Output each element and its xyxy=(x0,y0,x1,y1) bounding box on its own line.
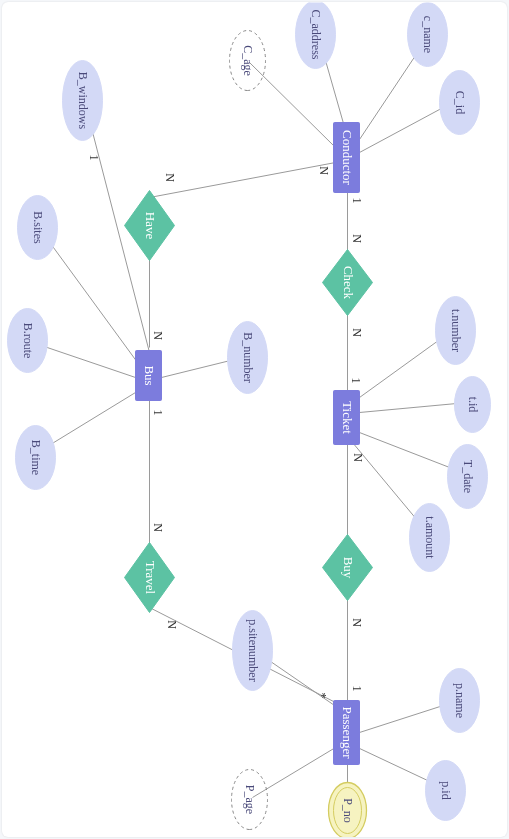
entity-passenger: Passenger xyxy=(333,700,359,764)
attribute-t-date: T_date xyxy=(447,444,487,508)
attribute-c-address-label: C_address xyxy=(308,9,322,59)
relationship-check: Check xyxy=(322,249,372,315)
relationship-travel-label: Travel xyxy=(142,560,157,594)
attribute-p-id: p.id xyxy=(425,760,465,820)
entity-ticket: Ticket xyxy=(333,390,359,444)
relationship-travel: Travel xyxy=(124,542,174,612)
attribute-b-windows-label: B_windows xyxy=(75,71,89,129)
card-passenger-travel-star: * xyxy=(314,692,328,698)
attribute-b-time: B_time xyxy=(15,425,55,489)
attribute-b-sites: B.sites xyxy=(17,195,57,259)
attribute-b-number-label: B_number xyxy=(240,332,254,383)
relationship-buy: Buy xyxy=(322,534,372,600)
entity-passenger-label: Passenger xyxy=(339,706,354,759)
attribute-p-name-label: p.name xyxy=(452,683,466,718)
card-passenger-buy: 1 xyxy=(349,685,363,691)
attribute-c-name: c_name xyxy=(407,2,447,66)
attribute-b-route: B.route xyxy=(7,308,47,372)
card-check-conductor: N xyxy=(349,234,363,243)
card-ticket-check: 1 xyxy=(348,377,362,383)
edge-ticket-tdate xyxy=(359,432,462,472)
attribute-p-sitenumber-label: p.sitenumber xyxy=(245,619,259,681)
attribute-p-sitenumber: p.sitenumber xyxy=(232,610,272,690)
edge-ticket-tid xyxy=(359,402,467,412)
attribute-b-windows: B_windows xyxy=(62,60,102,140)
card-have-conductor: N xyxy=(162,173,176,182)
attribute-b-time-label: B_time xyxy=(28,439,42,474)
attribute-t-number: t.number xyxy=(435,296,475,364)
attribute-c-id-label: C_id xyxy=(452,90,466,113)
attribute-t-id-label: t.id xyxy=(465,396,479,412)
attribute-b-route-label: B.route xyxy=(20,322,34,358)
entity-ticket-label: Ticket xyxy=(339,401,354,434)
attribute-t-amount: t.amount xyxy=(409,503,449,571)
attribute-p-id-label: p.id xyxy=(438,781,452,799)
card-bus-have: N xyxy=(150,331,164,340)
relationship-check-label: Check xyxy=(340,265,355,299)
card-bus-travel: 1 xyxy=(150,409,164,415)
edge-bus-bsites xyxy=(42,232,137,362)
attribute-c-age-derived: C_age xyxy=(229,30,265,90)
entity-bus-label: Bus xyxy=(141,365,156,385)
diagram-stage: Conductor Ticket Passenger Bus Check xyxy=(2,2,507,837)
relationship-have: Have xyxy=(124,190,174,260)
attribute-p-age-derived: P_age xyxy=(231,769,267,829)
attribute-p-name: p.name xyxy=(439,668,479,732)
entity-conductor: Conductor xyxy=(333,122,359,192)
attribute-c-name-label: c_name xyxy=(420,15,434,52)
edge-passenger-page xyxy=(252,747,335,797)
edge-ticket-tnumber xyxy=(359,332,449,397)
attribute-t-number-label: t.number xyxy=(448,309,462,352)
entity-conductor-label: Conductor xyxy=(339,130,354,186)
edge-conductor-cid xyxy=(359,102,452,152)
attribute-p-no-key: P_no xyxy=(328,782,366,837)
attribute-c-address: C_address xyxy=(295,2,335,68)
attribute-p-age-label: P_age xyxy=(242,784,256,813)
card-buy-passenger: N xyxy=(349,618,363,627)
attribute-t-date-label: T_date xyxy=(460,459,474,492)
edge-conductor-cage xyxy=(249,62,335,147)
attribute-p-no-label: P_no xyxy=(340,798,354,823)
attribute-t-amount-label: t.amount xyxy=(422,516,436,559)
relationship-buy-label: Buy xyxy=(340,556,355,578)
card-bwindows-side: 1 xyxy=(86,154,100,160)
diagram-frame: Conductor Ticket Passenger Bus Check xyxy=(2,2,507,837)
card-conductor-have: N xyxy=(316,166,330,175)
er-diagram-svg: Conductor Ticket Passenger Bus Check xyxy=(2,2,507,837)
attribute-b-number: B_number xyxy=(227,321,267,393)
card-conductor-check: 1 xyxy=(349,197,363,203)
card-check-ticket: N xyxy=(349,328,363,337)
card-passenger-travel-n: N xyxy=(164,620,178,629)
card-travel-bus: N xyxy=(150,523,164,532)
attribute-t-id: t.id xyxy=(454,376,490,432)
relationship-have-label: Have xyxy=(142,211,157,239)
attribute-c-age-label: C_age xyxy=(240,45,254,76)
attribute-c-id: C_id xyxy=(439,70,479,134)
edge-passenger-pname xyxy=(359,702,452,732)
attribute-b-sites-label: B.sites xyxy=(30,211,44,244)
entity-bus: Bus xyxy=(135,350,161,400)
card-ticket-buy: N xyxy=(350,453,364,462)
edge-have-conductor xyxy=(149,162,335,197)
